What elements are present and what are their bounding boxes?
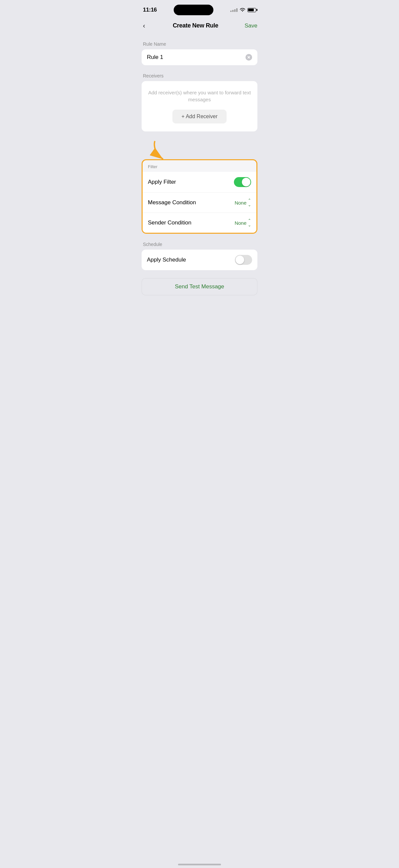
receivers-hint: Add receiver(s) where you want to forwar… [147, 89, 252, 103]
apply-schedule-row: Apply Schedule [142, 250, 257, 270]
apply-filter-row: Apply Filter [142, 172, 257, 193]
annotation-arrow-container [142, 140, 257, 162]
message-condition-value: None ⌃ ⌄ [235, 198, 251, 207]
back-button[interactable]: ‹ [142, 21, 146, 31]
receivers-label: Receivers [142, 73, 257, 79]
status-icons [230, 8, 256, 12]
apply-schedule-label: Apply Schedule [147, 256, 186, 263]
message-condition-chevron-icon: ⌃ ⌄ [248, 198, 251, 207]
rule-name-label: Rule Name [142, 41, 257, 47]
rule-name-input[interactable] [147, 54, 245, 61]
wifi-icon [239, 8, 245, 12]
filter-section: Filter Apply Filter Message Condition No… [142, 159, 257, 234]
sender-condition-row[interactable]: Sender Condition None ⌃ ⌄ [142, 213, 257, 233]
apply-filter-toggle[interactable] [234, 177, 251, 187]
page-title: Create New Rule [173, 22, 219, 29]
signal-icon [230, 8, 237, 12]
sender-condition-value: None ⌃ ⌄ [235, 218, 251, 227]
rule-name-input-container [142, 49, 257, 65]
message-condition-row[interactable]: Message Condition None ⌃ ⌄ [142, 193, 257, 213]
toggle-knob [242, 178, 251, 186]
schedule-toggle-knob [236, 255, 244, 264]
battery-icon [247, 8, 256, 12]
nav-bar: ‹ Create New Rule Save [135, 18, 264, 36]
save-button[interactable]: Save [244, 23, 257, 29]
sender-condition-chevron-icon: ⌃ ⌄ [248, 218, 251, 227]
apply-schedule-toggle[interactable] [235, 255, 252, 265]
status-bar: 11:16 [135, 0, 264, 18]
sender-condition-label: Sender Condition [148, 219, 191, 226]
clear-input-button[interactable] [245, 54, 252, 61]
schedule-box: Apply Schedule [142, 250, 257, 270]
schedule-section: Schedule Apply Schedule [142, 242, 257, 270]
annotation-arrow-icon [148, 140, 175, 162]
dynamic-island [174, 5, 213, 15]
schedule-section-label: Schedule [142, 242, 257, 247]
status-time: 11:16 [143, 7, 157, 13]
add-receiver-button[interactable]: + Add Receiver [172, 110, 227, 123]
main-content: Rule Name Receivers Add receiver(s) wher… [135, 36, 264, 311]
apply-filter-label: Apply Filter [148, 179, 176, 185]
send-test-message-button[interactable]: Send Test Message [142, 278, 257, 295]
receivers-box: Add receiver(s) where you want to forwar… [142, 81, 257, 131]
message-condition-label: Message Condition [148, 199, 196, 206]
